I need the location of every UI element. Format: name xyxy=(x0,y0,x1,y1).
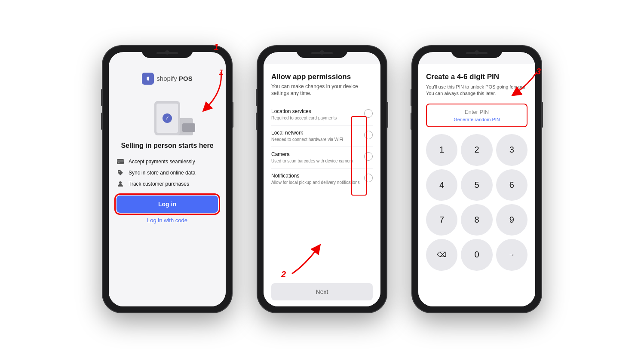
feature-item-sync: Sync in-store and online data xyxy=(117,167,218,178)
person-icon xyxy=(117,180,124,188)
permission-location: Location services Required to accept car… xyxy=(271,104,373,125)
phone3-content: Create a 4-6 digit PIN You'll use this P… xyxy=(418,64,535,306)
key-backspace[interactable]: ⌫ xyxy=(426,239,457,270)
perm-location-title: Location services xyxy=(271,108,337,114)
screen-inner-2: Allow app permissions You can make chang… xyxy=(264,64,380,306)
key-4[interactable]: 4 xyxy=(426,169,457,201)
allow-permissions-title: Allow app permissions xyxy=(271,73,373,81)
credit-card-icon xyxy=(117,158,124,165)
key-1[interactable]: 1 xyxy=(426,134,457,165)
feature-list: Accept payments seamlessly Sync in-store… xyxy=(117,156,218,190)
logo-main: shopify xyxy=(156,75,177,82)
key-2[interactable]: 2 xyxy=(461,134,492,165)
logo-sub: POS xyxy=(179,75,193,82)
key-7[interactable]: 7 xyxy=(426,204,457,236)
phone-speaker-2 xyxy=(311,52,333,54)
phone-speaker-1 xyxy=(156,52,178,54)
perm-camera-toggle[interactable] xyxy=(364,152,373,161)
key-9[interactable]: 9 xyxy=(496,204,527,236)
svg-point-7 xyxy=(119,181,122,184)
login-with-code-button[interactable]: Log in with code xyxy=(147,217,187,223)
login-button[interactable]: Log in xyxy=(117,196,218,213)
phone1-content: shopify POS ✓ xyxy=(109,64,226,306)
pin-entry-box: Enter PIN Generate random PIN xyxy=(426,104,527,127)
pin-entry-label: Enter PIN xyxy=(433,109,521,115)
feature-item-payments: Accept payments seamlessly xyxy=(117,156,218,167)
phone2-content: Allow app permissions You can make chang… xyxy=(264,64,380,306)
key-5[interactable]: 5 xyxy=(461,169,492,201)
illus-phone-device: ✓ xyxy=(154,101,180,135)
phone-power-1 xyxy=(232,102,233,128)
phone-vol-down-1 xyxy=(101,113,103,130)
backspace-icon: ⌫ xyxy=(437,251,447,259)
phone-screen-1: shopify POS ✓ xyxy=(109,52,226,306)
feature-text-payments: Accept payments seamlessly xyxy=(129,159,195,165)
perm-camera-title: Camera xyxy=(271,151,353,157)
phone-vol-down-2 xyxy=(256,113,258,130)
key-8[interactable]: 8 xyxy=(461,204,492,236)
tag-icon xyxy=(117,169,124,177)
perm-network-title: Local network xyxy=(271,130,343,136)
phone-screen-3: Create a 4-6 digit PIN You'll use this P… xyxy=(418,52,535,306)
phone-3-wrapper: 3 Create a 4-6 digit PIN You'll use this… xyxy=(412,46,541,312)
key-3[interactable]: 3 xyxy=(496,134,527,165)
svg-point-2 xyxy=(147,77,149,79)
phone-illustration: ✓ xyxy=(141,92,193,135)
perm-location-sub: Required to accept card payments xyxy=(271,115,337,121)
pin-generate-link[interactable]: Generate random PIN xyxy=(433,117,521,122)
arrow-right-icon: → xyxy=(508,251,515,259)
perm-notif-title: Notifications xyxy=(271,173,360,179)
key-0[interactable]: 0 xyxy=(461,239,492,270)
keypad: 1 2 3 4 5 6 7 8 9 ⌫ 0 → xyxy=(426,134,527,270)
permission-network: Local network Needed to connect hardware… xyxy=(271,125,373,147)
annotation-1: 1 xyxy=(214,42,219,53)
phone-vol-down-3 xyxy=(411,113,412,130)
phone-power-3 xyxy=(541,102,543,128)
next-button[interactable]: Next xyxy=(271,283,373,300)
phone-vol-up-1 xyxy=(101,89,103,106)
permission-notifications: Notifications Allow for local pickup and… xyxy=(271,168,373,190)
perm-location-toggle[interactable] xyxy=(364,109,373,118)
phone-vol-up-2 xyxy=(256,89,258,106)
illus-check-icon: ✓ xyxy=(163,113,172,123)
permission-camera-text: Camera Used to scan barcodes with device… xyxy=(271,151,353,164)
phone-power-2 xyxy=(386,102,388,128)
perm-notif-toggle[interactable] xyxy=(364,174,373,182)
allow-permissions-subtitle: You can make changes in your device sett… xyxy=(271,83,373,98)
perm-network-toggle[interactable] xyxy=(364,131,373,139)
svg-point-6 xyxy=(119,171,120,172)
create-pin-title: Create a 4-6 digit PIN xyxy=(426,73,527,81)
shopify-logo-text: shopify POS xyxy=(156,75,192,82)
permission-location-text: Location services Required to accept car… xyxy=(271,108,337,121)
screen-inner-3: Create a 4-6 digit PIN You'll use this P… xyxy=(418,64,535,306)
key-submit[interactable]: → xyxy=(496,239,527,270)
phone1-title: Selling in person starts here xyxy=(121,141,213,150)
phone-2-wrapper: 2 Allow app permissions You can make cha… xyxy=(258,46,386,312)
svg-rect-4 xyxy=(117,160,124,162)
shopify-bag-icon xyxy=(142,73,154,85)
phone-speaker-3 xyxy=(466,52,488,54)
phone-3: Create a 4-6 digit PIN You'll use this P… xyxy=(412,46,541,312)
perm-notif-sub: Allow for local pickup and delivery noti… xyxy=(271,180,360,185)
perm-network-sub: Needed to connect hardware via WiFi xyxy=(271,137,343,142)
permission-camera: Camera Used to scan barcodes with device… xyxy=(271,147,373,168)
phone-2: Allow app permissions You can make chang… xyxy=(258,46,386,312)
permissions-list: Location services Required to accept car… xyxy=(271,104,373,190)
phone-vol-up-3 xyxy=(411,89,412,106)
shopify-logo: shopify POS xyxy=(142,73,192,85)
svg-rect-5 xyxy=(118,162,120,163)
phone-1: shopify POS ✓ xyxy=(103,46,232,312)
illus-card xyxy=(182,123,195,132)
key-6[interactable]: 6 xyxy=(496,169,527,201)
feature-text-sync: Sync in-store and online data xyxy=(129,170,195,176)
screen-inner-1: shopify POS ✓ xyxy=(109,64,226,306)
feature-item-track: Track customer purchases xyxy=(117,178,218,190)
phone-1-wrapper: 1 1 xyxy=(103,46,232,312)
create-pin-subtitle: You'll use this PIN to unlock POS going … xyxy=(426,84,527,97)
phone-screen-2: Allow app permissions You can make chang… xyxy=(264,52,380,306)
permission-notifications-text: Notifications Allow for local pickup and… xyxy=(271,173,360,185)
perm-camera-sub: Used to scan barcodes with device camera xyxy=(271,158,353,164)
feature-text-track: Track customer purchases xyxy=(129,181,189,187)
permission-network-text: Local network Needed to connect hardware… xyxy=(271,130,343,142)
